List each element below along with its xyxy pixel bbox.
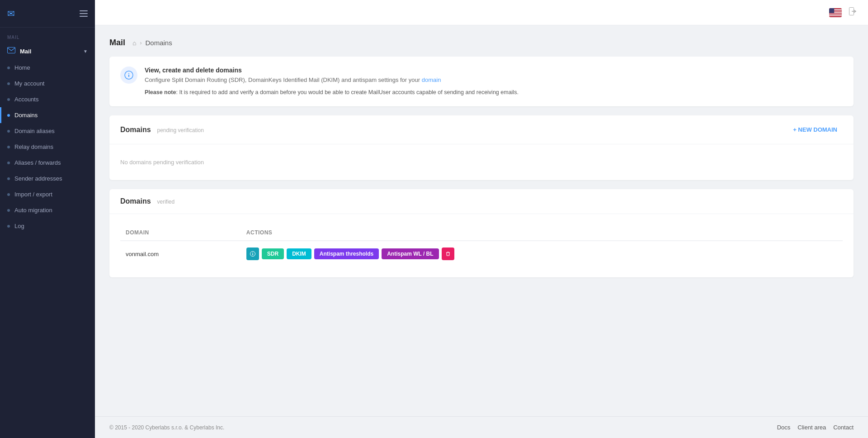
sidebar-dot-icon [7,177,10,180]
topbar [95,0,868,25]
sidebar-item-label: Aliases / forwards [14,159,61,166]
sidebar-item-domain-aliases[interactable]: Domain aliases [0,123,95,139]
sidebar-dot-icon [7,130,10,133]
sidebar-dot-icon [7,146,10,148]
sidebar-dot-icon [7,225,10,228]
footer-link-docs[interactable]: Docs [777,424,791,431]
domain-link[interactable]: domain [422,76,441,83]
sidebar-item-label: My account [14,80,44,87]
sidebar-item-aliases-forwards[interactable]: Aliases / forwards [0,155,95,171]
domains-pending-body: No domains pending verification [109,144,854,180]
sidebar-item-domains[interactable]: Domains [0,107,95,123]
sidebar-item-label: Domain aliases [14,128,55,134]
sidebar-item-relay-domains[interactable]: Relay domains [0,139,95,155]
sidebar-item-sender-addresses[interactable]: Sender addresses [0,171,95,186]
svg-rect-5 [829,14,842,14]
breadcrumb: Mail ⌂ › Domains [109,38,854,48]
sidebar-dot-icon [7,193,10,196]
footer-copyright: © 2015 - 2020 Cyberlabs s.r.o. & Cyberla… [109,424,224,431]
svg-point-15 [252,252,253,253]
sidebar-dot-icon [7,114,10,117]
sidebar-item-label: Log [14,223,24,229]
domains-pending-card: Domains pending verification + NEW DOMAI… [109,115,854,180]
svg-rect-6 [829,15,842,16]
info-icon [120,67,137,84]
domains-verified-subtitle: verified [157,199,175,205]
sidebar-item-auto-migration[interactable]: Auto migration [0,202,95,218]
sidebar-top: ✉ [0,0,95,28]
sidebar-dot-icon [7,209,10,212]
col-domain: Domain [120,225,241,241]
sidebar-item-label: Import / export [14,191,52,198]
hamburger-button[interactable] [80,10,88,17]
info-card-description: Configure Split Domain Routing (SDR), Do… [145,76,519,85]
table-header-row: Domain Actions [120,225,843,241]
svg-rect-0 [8,48,15,53]
info-button[interactable] [246,248,259,260]
domains-table-body: vonmail.comSDRDKIMAntispam thresholdsAnt… [120,241,843,267]
home-icon: ⌂ [132,39,136,47]
info-card-title: View, create and delete domains [145,67,519,74]
domains-verified-card: Domains verified Domain Actions vonmail.… [109,189,854,277]
domains-pending-title: Domains [120,126,151,133]
antispam-wl-bl-button[interactable]: Antispam WL / BL [382,248,439,259]
domains-pending-title-group: Domains pending verification [120,126,204,134]
sidebar-item-label: Sender addresses [14,175,62,182]
col-actions: Actions [241,225,843,241]
delete-button[interactable] [442,248,454,260]
page-title: Mail [109,38,125,48]
footer-links: DocsClient areaContact [777,424,854,431]
sidebar-dot-icon [7,162,10,164]
svg-rect-7 [829,8,834,13]
main-content: Mail ⌂ › Domains View, create and delete… [95,0,868,438]
sidebar-dot-icon [7,82,10,85]
domains-pending-header: Domains pending verification + NEW DOMAI… [109,115,854,144]
breadcrumb-current: Domains [145,39,172,47]
info-card-text: View, create and delete domains Configur… [145,67,519,96]
sdr-button[interactable]: SDR [262,248,284,259]
action-buttons: SDRDKIMAntispam thresholdsAntispam WL / … [246,248,837,260]
footer: © 2015 - 2020 Cyberlabs s.r.o. & Cyberla… [95,416,868,438]
topbar-actions [829,7,857,18]
page-content: Mail ⌂ › Domains View, create and delete… [95,25,868,416]
sidebar-item-log[interactable]: Log [0,218,95,234]
domains-table: Domain Actions vonmail.comSDRDKIMAntispa… [120,225,843,267]
footer-link-client-area[interactable]: Client area [797,424,826,431]
domains-verified-title-group: Domains verified [120,197,175,205]
info-card-note: Please note: It is required to add and v… [145,88,519,97]
sidebar-item-label: Domains [14,112,38,119]
domains-pending-empty: No domains pending verification [120,155,843,169]
sidebar-section-label: MAIL [0,28,95,43]
language-flag[interactable] [829,8,842,17]
dkim-button[interactable]: DKIM [287,248,311,259]
sidebar-nav: HomeMy accountAccountsDomainsDomain alia… [0,60,95,234]
domains-verified-header: Domains verified [109,189,854,214]
antispam-thresholds-button[interactable]: Antispam thresholds [314,248,379,259]
footer-link-contact[interactable]: Contact [833,424,854,431]
sidebar-item-my-account[interactable]: My account [0,76,95,91]
sidebar-item-home[interactable]: Home [0,60,95,76]
sidebar-dot-icon [7,67,10,69]
sidebar-mail-label: Mail [20,48,31,55]
sidebar-item-label: Auto migration [14,207,52,214]
sidebar-mail-group[interactable]: Mail ▼ [0,43,95,60]
sidebar-item-label: Relay domains [14,143,53,150]
chevron-down-icon: ▼ [83,49,88,54]
sidebar: ✉ MAIL Mail ▼ HomeMy accountAccountsDoma… [0,0,95,438]
domains-pending-subtitle: pending verification [157,127,203,133]
new-domain-button[interactable]: + NEW DOMAIN [788,124,843,136]
sidebar-item-accounts[interactable]: Accounts [0,91,95,107]
info-card: View, create and delete domains Configur… [109,57,854,106]
table-row: vonmail.comSDRDKIMAntispam thresholdsAnt… [120,241,843,267]
sidebar-item-label: Home [14,64,30,71]
mail-logo-icon: ✉ [7,8,15,19]
logout-button[interactable] [849,7,857,18]
sidebar-dot-icon [7,98,10,101]
domains-verified-body: Domain Actions vonmail.comSDRDKIMAntispa… [109,214,854,277]
domains-verified-title: Domains [120,197,151,205]
sidebar-item-label: Accounts [14,96,38,103]
domain-cell: vonmail.com [120,241,241,267]
svg-point-12 [128,73,129,74]
sidebar-item-import-export[interactable]: Import / export [0,186,95,202]
mail-icon [7,47,15,55]
